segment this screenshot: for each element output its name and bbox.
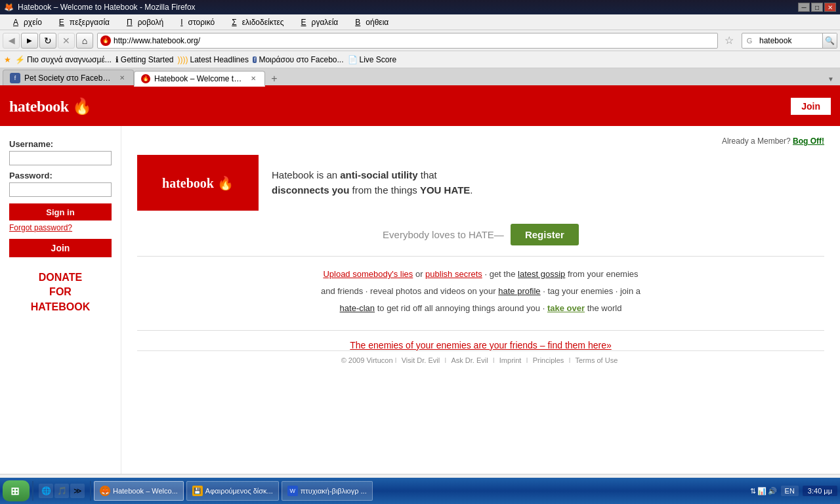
join-sidebar-button[interactable]: Join — [9, 239, 112, 257]
footer-visit-evil[interactable]: Visit Dr. Evil — [402, 356, 440, 364]
home-button[interactable]: ⌂ — [76, 33, 93, 49]
taskbar-divider-2 — [90, 481, 91, 488]
bookmark-frequent[interactable]: ⚡ Πιο συχνά αναγνωσμέ... — [15, 55, 112, 64]
new-tab-button[interactable]: + — [268, 72, 281, 85]
enemies-link[interactable]: The enemies of your enemies are your fri… — [350, 340, 611, 350]
taskbar-doc-label: πτυχιακή-βιβλιογρ ... — [301, 487, 367, 488]
taskbar-doc[interactable]: W πτυχιακή-βιβλιογρ ... — [282, 481, 373, 488]
ie-quicklaunch[interactable]: 🌐 — [39, 484, 53, 488]
footer-principles[interactable]: Principles — [533, 356, 564, 364]
taskbar-hatebook[interactable]: 🦊 Hatebook – Welco... — [94, 481, 184, 488]
bookmark-star-button[interactable]: ☆ — [722, 33, 736, 48]
tab-hatebook[interactable]: 🔥 Hatebook – Welcome to Hatebook ✕ — [134, 71, 265, 87]
taskbar-disk[interactable]: 💾 Αφαιρούμενος δίσκ... — [186, 481, 279, 488]
taskbar-right: ⇅ 📊 🔊 EN 3:40 μμ — [750, 486, 837, 488]
intro-text: Hatebook is an anti-social utility that … — [272, 168, 473, 198]
bookmark-facebook-icon: f — [253, 56, 257, 63]
more-quicklaunch[interactable]: ≫ — [70, 484, 85, 488]
tab-petsociety-favicon: f — [10, 73, 20, 83]
feature-tag-text: · tag your enemies · join a — [543, 286, 640, 296]
stop-button[interactable]: ✕ — [58, 33, 75, 49]
intro-before: Hatebook is an — [272, 169, 340, 180]
forward-button[interactable]: ▶ — [21, 33, 38, 49]
browser-content: hatebook 🔥 Join Username: Password: Sign… — [0, 87, 840, 474]
menu-help[interactable]: Βοήθεια — [345, 16, 394, 28]
menu-file[interactable]: Αρχείο — [3, 16, 47, 28]
already-member-text: Already a Member? — [722, 136, 791, 146]
windows-logo: ⊞ — [10, 485, 19, 489]
intro-period: . — [470, 184, 472, 196]
firefox-icon: 🦊 — [4, 3, 14, 12]
feature-get-text: · get the — [484, 269, 518, 279]
taskbar-doc-icon: W — [287, 486, 298, 488]
forgot-password-link[interactable]: Forgot password? — [9, 223, 112, 232]
username-input[interactable] — [9, 151, 112, 165]
feature-world-text: the world — [587, 303, 622, 313]
header-join-button[interactable]: Join — [791, 98, 831, 115]
window-title: 🦊 Hatebook – Welcome to Hatebook - Mozil… — [4, 3, 196, 12]
taskbar: ⊞ 🌐 🎵 ≫ 🦊 Hatebook – Welco... 💾 Αφαιρούμ… — [0, 478, 840, 488]
publish-secrets-link[interactable]: publish secrets — [425, 269, 482, 279]
tab-hatebook-favicon: 🔥 — [141, 74, 150, 83]
bookmark-page-icon: 📄 — [348, 55, 358, 64]
page-footer: © 2009 Virtucon I Visit Dr. Evil I Ask D… — [137, 350, 824, 369]
taskbar-hatebook-label: Hatebook – Welco... — [113, 487, 178, 488]
bog-off-link[interactable]: Bog Off! — [793, 136, 824, 146]
intro-that: that — [418, 169, 437, 180]
reload-button[interactable]: ↻ — [39, 33, 56, 49]
header-flame-icon: 🔥 — [72, 98, 92, 115]
tabs-bar: f Pet Society στο Facebook ✕ 🔥 Hatebook … — [0, 68, 840, 87]
feature-rid-text: to get rid off all annoying things aroun… — [377, 303, 547, 313]
maximize-button[interactable]: □ — [811, 3, 823, 12]
menu-bookmarks[interactable]: Σελιδοδείκτες — [221, 16, 289, 28]
menu-view[interactable]: Προβολή — [116, 16, 169, 28]
hatebook-page: hatebook 🔥 Join Username: Password: Sign… — [0, 87, 840, 474]
taskbar-disk-icon: 💾 — [192, 486, 203, 488]
bookmark-getting-started[interactable]: ℹ Getting Started — [116, 55, 174, 64]
menu-history[interactable]: Ιστορικό — [170, 16, 220, 28]
menu-edit[interactable]: Επεξεργασία — [49, 16, 115, 28]
tab-petsociety-close[interactable]: ✕ — [117, 74, 127, 83]
menu-tools[interactable]: Εργαλεία — [291, 16, 344, 28]
start-button[interactable]: ⊞ — [3, 480, 30, 488]
bookmark-headlines[interactable]: )))) Latest Headlines — [178, 55, 249, 64]
menu-bar: Αρχείο Επεξεργασία Προβολή Ιστορικό Σελι… — [0, 14, 840, 30]
taskbar-running-items: 🦊 Hatebook – Welco... 💾 Αφαιρούμενος δίσ… — [94, 481, 750, 488]
footer-imprint[interactable]: Imprint — [499, 356, 522, 364]
media-quicklaunch[interactable]: 🎵 — [54, 484, 69, 488]
password-label: Password: — [9, 171, 112, 180]
register-button[interactable]: Register — [511, 224, 579, 245]
tab-hatebook-close[interactable]: ✕ — [249, 74, 258, 83]
register-section: Everybody loves to HATE— Register — [137, 224, 824, 245]
bookmark-facebook[interactable]: f Μοιράσου στο Facebo... — [253, 55, 344, 64]
hate-clan-link[interactable]: hate-clan — [340, 303, 375, 313]
clock: 3:40 μμ — [803, 486, 837, 488]
taskbar-disk-label: Αφαιρούμενος δίσκ... — [205, 487, 273, 488]
features-text: Upload somebody's lies or publish secret… — [137, 266, 824, 317]
hate-profile-link[interactable]: hate profile — [498, 286, 540, 296]
signin-button[interactable]: Sign in — [9, 203, 112, 220]
take-over-link[interactable]: take over — [547, 303, 585, 313]
password-input[interactable] — [9, 182, 112, 197]
member-bar: Already a Member? Bog Off! — [137, 136, 824, 146]
footer-terms[interactable]: Terms of Use — [576, 356, 618, 364]
tab-hatebook-label: Hatebook – Welcome to Hatebook — [154, 74, 245, 83]
address-input[interactable] — [114, 36, 715, 45]
tab-petsociety-label: Pet Society στο Facebook — [24, 74, 114, 83]
tray-icon-1: 📊 — [757, 487, 766, 489]
minimize-button[interactable]: ─ — [798, 3, 810, 12]
search-input[interactable] — [757, 36, 822, 45]
latest-gossip-link[interactable]: latest gossip — [518, 269, 565, 279]
username-label: Username: — [9, 139, 112, 149]
close-button[interactable]: ✕ — [824, 3, 836, 12]
tab-scroll-right[interactable]: ▼ — [824, 72, 837, 85]
back-button[interactable]: ◀ — [3, 33, 20, 49]
window-controls: ─ □ ✕ — [798, 3, 836, 12]
upload-lies-link[interactable]: Upload somebody's lies — [323, 269, 413, 279]
sidebar: Username: Password: Sign in Forgot passw… — [0, 126, 121, 474]
footer-ask-evil[interactable]: Ask Dr. Evil — [451, 356, 488, 364]
bookmark-livescore[interactable]: 📄 Live Score — [348, 55, 397, 64]
search-go-button[interactable]: 🔍 — [822, 33, 837, 48]
tab-petsociety[interactable]: f Pet Society στο Facebook ✕ — [3, 70, 134, 85]
intro-section: hatebook 🔥 Hatebook is an anti-social ut… — [137, 155, 824, 211]
